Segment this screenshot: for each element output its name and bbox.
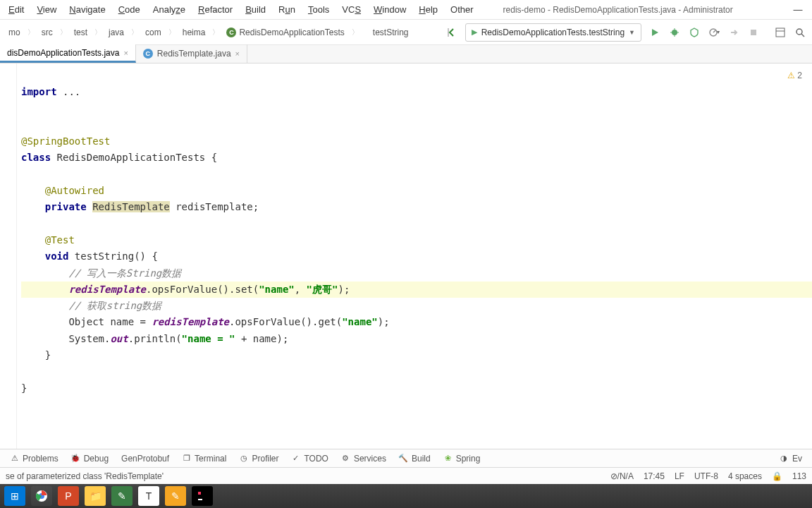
tool-window-bar: ⚠Problems 🐞Debug GenProtobuf ❐Terminal ◷…: [0, 449, 812, 467]
search-icon[interactable]: [791, 23, 809, 42]
tab-label: disDemoApplicationTests.java: [7, 48, 119, 58]
crumb-method-label: testString: [373, 28, 409, 37]
class-icon: C: [143, 49, 153, 59]
tw-services[interactable]: ⚙Services: [336, 452, 392, 466]
svg-rect-15: [198, 499, 202, 500]
menu-help[interactable]: Help: [413, 1, 443, 18]
menu-run[interactable]: Run: [273, 1, 301, 18]
tw-problems[interactable]: ⚠Problems: [4, 452, 64, 466]
tab-template-file[interactable]: C RedisTemplate.java ×: [136, 44, 247, 63]
todo-icon: ✓: [291, 454, 300, 463]
menu-other[interactable]: Other: [445, 1, 479, 18]
spring-icon: ❀: [443, 454, 453, 463]
status-encoding[interactable]: UTF-8: [694, 471, 718, 481]
crumb-java[interactable]: java: [103, 25, 130, 40]
explorer-icon[interactable]: 📁: [85, 486, 106, 506]
run-config-label: RedisDemoApplicationTests.testString: [481, 28, 625, 37]
code-area[interactable]: import ... @SpringBootTest class RedisDe…: [17, 64, 812, 449]
menu-view[interactable]: View: [31, 1, 62, 18]
app-icon-1[interactable]: ✎: [111, 486, 133, 506]
tw-genprotobuf[interactable]: GenProtobuf: [116, 452, 175, 466]
run-config-dropdown[interactable]: ▶ RedisDemoApplicationTests.testString ▼: [465, 23, 641, 42]
intellij-icon[interactable]: [192, 486, 213, 506]
menu-navigate[interactable]: Navigate: [63, 1, 111, 18]
status-lf[interactable]: LF: [675, 471, 684, 481]
app-icon-2[interactable]: T: [138, 486, 159, 506]
crumb-class[interactable]: C RedisDemoApplicationTests: [221, 25, 350, 40]
menu-code[interactable]: Code: [113, 1, 146, 18]
menu-tools[interactable]: Tools: [302, 1, 335, 18]
warning-icon: ⚠: [787, 71, 795, 80]
status-linecol[interactable]: 113: [792, 471, 806, 481]
tw-debug[interactable]: 🐞Debug: [66, 452, 114, 466]
chevron-down-icon: ▼: [629, 29, 635, 36]
editor[interactable]: import ... @SpringBootTest class RedisDe…: [0, 64, 812, 449]
back-icon[interactable]: [443, 23, 461, 42]
crumb-src[interactable]: src: [36, 25, 59, 40]
svg-point-0: [672, 30, 677, 35]
menu-build[interactable]: Build: [240, 1, 271, 18]
layout-icon[interactable]: [771, 23, 789, 42]
event-icon: ◑: [780, 454, 789, 463]
terminal-icon: ❐: [182, 454, 191, 463]
tw-spring[interactable]: ❀Spring: [438, 452, 486, 466]
gutter[interactable]: [0, 64, 17, 449]
app-icon-3[interactable]: ✎: [165, 486, 186, 506]
close-icon[interactable]: ×: [235, 49, 240, 58]
svg-point-9: [796, 29, 802, 35]
class-icon: C: [226, 28, 236, 37]
chrome-icon[interactable]: [31, 486, 52, 506]
run-button[interactable]: [646, 23, 664, 42]
status-bar: se of parameterized class 'RedisTemplate…: [0, 467, 812, 484]
tw-build[interactable]: 🔨Build: [393, 452, 436, 466]
menu-analyze[interactable]: Analyze: [147, 1, 191, 18]
menu-refactor[interactable]: Refactor: [192, 1, 238, 18]
stop-button[interactable]: [744, 23, 763, 42]
attach-button[interactable]: [725, 23, 743, 42]
crumb-com[interactable]: com: [140, 25, 167, 40]
svg-line-10: [801, 34, 804, 37]
minimize-button[interactable]: —: [784, 0, 812, 20]
main-toolbar: mo〉 src〉 test〉 java〉 com〉 heima〉 C Redis…: [0, 20, 812, 45]
lock-icon[interactable]: 🔒: [772, 471, 782, 481]
svg-rect-14: [198, 492, 201, 495]
tab-tests-file[interactable]: disDemoApplicationTests.java ×: [0, 44, 136, 63]
build-icon: 🔨: [399, 454, 408, 463]
os-taskbar: ⊞ P 📁 ✎ T ✎: [0, 484, 812, 508]
problems-icon: ⚠: [10, 454, 19, 463]
status-indent[interactable]: 4 spaces: [728, 471, 762, 481]
window-title: redis-demo - RedisDemoApplicationTests.j…: [482, 5, 784, 15]
svg-rect-6: [751, 30, 756, 35]
tw-terminal[interactable]: ❐Terminal: [176, 452, 232, 466]
crumb-heima[interactable]: heima: [177, 25, 211, 40]
status-message: se of parameterized class 'RedisTemplate…: [6, 471, 610, 481]
menu-edit[interactable]: Edit: [3, 1, 30, 18]
profiler-icon: ◷: [239, 454, 248, 463]
breadcrumb: mo〉 src〉 test〉 java〉 com〉 heima〉 C Redis…: [3, 25, 414, 40]
crumb-test[interactable]: test: [68, 25, 93, 40]
tw-todo[interactable]: ✓TODO: [285, 452, 333, 466]
start-icon[interactable]: ⊞: [4, 486, 25, 506]
menubar: Edit View Navigate Code Analyze Refactor…: [0, 1, 482, 18]
svg-rect-7: [776, 28, 785, 37]
menu-vcs[interactable]: VCS: [336, 1, 367, 18]
tw-profiler[interactable]: ◷Profiler: [233, 452, 284, 466]
tw-eventlog[interactable]: ◑Ev: [774, 452, 808, 466]
coverage-button[interactable]: [685, 23, 703, 42]
crumb-method[interactable]: testString: [360, 25, 414, 40]
run-triangle-icon: ▶: [472, 28, 477, 37]
debug-icon: 🐞: [71, 454, 80, 463]
editor-tabs: disDemoApplicationTests.java × C RedisTe…: [0, 45, 812, 64]
debug-button[interactable]: [665, 23, 684, 42]
warning-count: 2: [797, 71, 802, 80]
profiler-button[interactable]: ▾: [705, 23, 723, 42]
close-icon[interactable]: ×: [123, 49, 128, 57]
status-time: 17:45: [644, 471, 665, 481]
inspection-widget[interactable]: ⚠ 2: [787, 71, 802, 80]
crumb-mo[interactable]: mo: [3, 25, 26, 40]
menu-window[interactable]: Window: [368, 1, 412, 18]
tab-label: RedisTemplate.java: [157, 49, 231, 59]
status-na[interactable]: ⊘/N/A: [610, 471, 634, 481]
crumb-class-label: RedisDemoApplicationTests: [239, 28, 344, 37]
ppt-icon[interactable]: P: [58, 486, 79, 506]
